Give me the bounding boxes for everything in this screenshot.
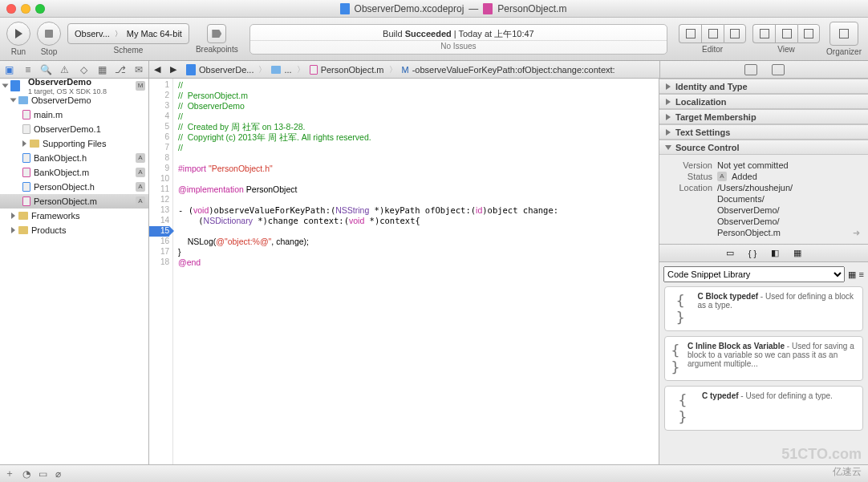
media-lib-tab[interactable]: ▦	[793, 248, 801, 258]
file-label: main.m	[34, 110, 63, 119]
snippet-item[interactable]: { }C typedef - Used for defining a type.	[664, 386, 863, 431]
snippet-item[interactable]: { }C Inline Block as Variable - Used for…	[664, 336, 863, 381]
textsettings-section[interactable]: Text Settings	[659, 124, 868, 140]
jump-method[interactable]: -observeValueForKeyPath:ofObject:change:…	[412, 65, 615, 75]
run-button[interactable]	[6, 22, 30, 46]
breakpoint-navigator-tab[interactable]: ⎇	[112, 64, 130, 75]
file-row[interactable]: BankObject.mA	[0, 165, 148, 180]
group-row[interactable]: Products	[0, 223, 148, 237]
jump-project[interactable]: ObserverDe...	[199, 65, 254, 75]
jump-forward-button[interactable]: ▶	[165, 64, 181, 75]
recent-filter-button[interactable]: ◔	[22, 468, 30, 480]
folder-icon	[30, 140, 39, 148]
symbol-navigator-tab[interactable]: ≡	[18, 64, 37, 75]
snippet-item[interactable]: { }C Block typedef - Used for defining a…	[664, 286, 863, 331]
reveal-arrow-icon[interactable]: ➜	[853, 228, 860, 238]
group-row[interactable]: ObserverDemo	[0, 93, 148, 107]
view-seg[interactable]	[752, 24, 820, 43]
standard-editor-button[interactable]	[679, 24, 701, 43]
grid-view-button[interactable]: ▦	[848, 269, 856, 280]
quick-help-tab[interactable]	[772, 64, 785, 75]
file-m-icon	[22, 110, 30, 119]
identity-section[interactable]: Identity and Type	[659, 79, 868, 94]
toggle-utilities-button[interactable]	[797, 24, 820, 43]
stop-button[interactable]	[37, 22, 61, 46]
file-row-selected[interactable]: PersonObject.mA	[0, 194, 148, 209]
jump-file[interactable]: PersonObject.m	[321, 65, 384, 75]
unsaved-filter-button[interactable]: ⌀	[55, 468, 61, 480]
run-label: Run	[11, 47, 26, 56]
scm-badge: A	[717, 172, 727, 181]
file-row[interactable]: PersonObject.hA	[0, 180, 148, 194]
build-time: | Today at 上午10:47	[452, 29, 534, 38]
sourcecontrol-section[interactable]: Source Control	[659, 140, 868, 155]
file-label: PersonObject.h	[34, 182, 95, 192]
folder-icon	[18, 212, 28, 220]
file-row[interactable]: BankObject.hA	[0, 151, 148, 165]
group-row[interactable]: Supporting Files	[0, 136, 148, 151]
version-editor-button[interactable]	[724, 24, 746, 43]
zoom-window-button[interactable]	[35, 4, 45, 14]
membership-section[interactable]: Target Membership	[659, 109, 868, 124]
jump-bar[interactable]: ◀ ▶ ObserverDe... 〉 ... 〉 PersonObject.m…	[149, 61, 659, 78]
file-h-icon	[22, 153, 30, 163]
code-area[interactable]: // // PersonObject.m // ObserverDemo // …	[173, 79, 659, 464]
snippet-list[interactable]: { }C Block typedef - Used for defining a…	[659, 286, 868, 464]
toggle-debug-button[interactable]	[775, 24, 797, 43]
breakpoint-icon	[212, 30, 221, 38]
scm-filter-button[interactable]: ▭	[39, 468, 47, 480]
assistant-editor-button[interactable]	[701, 24, 724, 43]
issue-navigator-tab[interactable]: ⚠	[55, 64, 74, 75]
source-editor[interactable]: 1234 5678 9101112 131415 161718 // // Pe…	[149, 79, 659, 464]
object-lib-tab[interactable]: ◧	[771, 248, 779, 258]
library-tabs: ▭ { } ◧ ▦	[659, 244, 868, 262]
source-control-body: VersionNot yet committed StatusAAdded Lo…	[659, 155, 868, 244]
project-navigator-tab[interactable]: ▣	[0, 64, 18, 75]
file-label: BankObject.h	[34, 153, 87, 163]
scm-badge: A	[136, 196, 145, 206]
breakpoints-button[interactable]	[207, 24, 226, 43]
jump-group[interactable]: ...	[284, 65, 291, 75]
project-row[interactable]: ObserverDemo1 target, OS X SDK 10.8 M	[0, 79, 148, 93]
chevron-right-icon: 〉	[115, 29, 122, 39]
debug-navigator-tab[interactable]: ▦	[93, 64, 112, 75]
minimize-window-button[interactable]	[21, 4, 30, 14]
scheme-selector[interactable]: Observ... 〉 My Mac 64-bit	[67, 23, 189, 44]
file-label: PersonObject.m	[34, 196, 97, 206]
file-icon	[483, 3, 493, 14]
jump-back-button[interactable]: ◀	[149, 64, 165, 75]
add-button[interactable]: ＋	[5, 467, 14, 480]
inspector-tabs	[659, 61, 868, 78]
file-template-lib-tab[interactable]: ▭	[726, 248, 734, 258]
window-titlebar: ObserverDemo.xcodeproj — PersonObject.m	[0, 0, 868, 18]
line-gutter[interactable]: 1234 5678 9101112 131415 161718	[149, 79, 173, 464]
toggle-navigator-button[interactable]	[752, 24, 775, 43]
scm-badge: M	[136, 81, 145, 91]
sc-loc: /Users/zhoushejun/	[717, 183, 793, 192]
library-selector[interactable]: Code Snippet Library	[663, 266, 845, 282]
test-navigator-tab[interactable]: ◇	[75, 64, 93, 75]
organizer-label: Organizer	[826, 47, 862, 56]
scheme-name: Observ...	[75, 29, 110, 38]
scheme-label: Scheme	[114, 46, 144, 55]
file-m-icon	[22, 168, 30, 177]
file-row[interactable]: main.m	[0, 107, 148, 122]
file-inspector-tab[interactable]	[744, 64, 757, 75]
file-icon	[310, 65, 318, 75]
build-result: Succeeded	[405, 29, 452, 38]
list-view-button[interactable]: ≡	[859, 269, 864, 279]
project-navigator[interactable]: ObserverDemo1 target, OS X SDK 10.8 M Ob…	[0, 79, 149, 464]
group-row[interactable]: Frameworks	[0, 209, 148, 223]
file-row[interactable]: ObserverDemo.1	[0, 122, 148, 136]
organizer-button[interactable]	[829, 22, 858, 46]
log-navigator-tab[interactable]: ✉	[130, 64, 148, 75]
localization-section[interactable]: Localization	[659, 94, 868, 109]
folder-icon	[18, 226, 28, 234]
view-label: View	[777, 45, 795, 54]
project-name: ObserverDemo	[28, 79, 107, 87]
code-snippet-lib-tab[interactable]: { }	[748, 249, 756, 258]
close-window-button[interactable]	[6, 4, 16, 14]
search-navigator-tab[interactable]: 🔍	[37, 64, 55, 75]
activity-viewer: Build Succeeded | Today at 上午10:47 No Is…	[249, 24, 667, 55]
editor-mode-seg[interactable]	[679, 24, 746, 43]
